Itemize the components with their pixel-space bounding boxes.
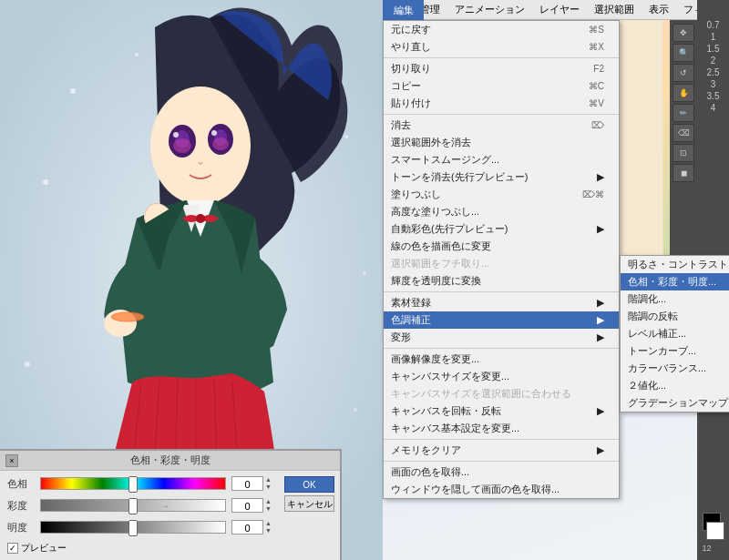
- brightness-label: 明度: [7, 521, 35, 535]
- tool-zoom[interactable]: 🔍: [673, 44, 694, 62]
- menu-canvas-settings[interactable]: キャンバス基本設定を変更...: [384, 420, 619, 437]
- menu-undo[interactable]: 元に戻す ⌘S: [384, 21, 619, 38]
- color-adjust-submenu: 明るさ・コントラスト... 色相・彩度・明度... ⌘U 階調化... 階調の反…: [620, 255, 729, 412]
- separator-3: [384, 291, 619, 292]
- tool-hand[interactable]: ✋: [673, 84, 694, 102]
- submenu-invert[interactable]: 階調の反転 ⌘I: [621, 308, 729, 325]
- menu-selection-border: 選択範囲をフチ取り...: [384, 255, 619, 272]
- menu-item-view[interactable]: 表示: [642, 1, 676, 18]
- brightness-slider-track[interactable]: [40, 521, 226, 534]
- brightness-down-arrow[interactable]: ▼: [265, 527, 272, 535]
- color-swatch-area: 12: [703, 513, 724, 553]
- menu-item-animation[interactable]: アニメーション: [447, 1, 532, 18]
- preview-checkbox[interactable]: ✓: [7, 543, 18, 554]
- menu-image-resolution[interactable]: 画像解像度を変更...: [384, 351, 619, 368]
- saturation-slider-thumb[interactable]: [128, 498, 138, 514]
- svg-point-7: [25, 361, 30, 367]
- menu-auto-color[interactable]: 自動彩色(先行プレビュー) ▶: [384, 220, 619, 238]
- saturation-up-arrow[interactable]: ▲: [265, 498, 272, 505]
- dialog-close-btn[interactable]: ×: [5, 454, 18, 467]
- tool-rotate[interactable]: ↺: [673, 64, 694, 82]
- tool-pen[interactable]: ✏: [673, 104, 694, 122]
- dialog-buttons: OK キャンセル: [284, 476, 334, 512]
- menu-bar: 編集 ページ管理 アニメーション レイヤー 選択範囲 表示 フィルタ: [383, 0, 729, 20]
- menu-transform[interactable]: 変形 ▶: [384, 329, 619, 346]
- menu-smart-smooth[interactable]: スマートスムージング...: [384, 151, 619, 168]
- hue-slider-thumb[interactable]: [128, 476, 138, 493]
- panel-value-3: 3: [711, 79, 716, 89]
- svg-point-19: [196, 214, 205, 223]
- brightness-value[interactable]: 0: [231, 520, 263, 535]
- brightness-up-arrow[interactable]: ▲: [265, 520, 272, 527]
- color-value: 12: [703, 544, 724, 553]
- menu-luminosity[interactable]: 輝度を透明度に変換: [384, 272, 619, 290]
- hue-up-arrow[interactable]: ▲: [265, 476, 272, 484]
- hue-value[interactable]: 0: [231, 476, 263, 491]
- submenu-levels[interactable]: レベル補正...: [621, 325, 729, 342]
- menu-canvas-fit: キャンバスサイズを選択範囲に合わせる: [384, 385, 619, 402]
- menu-redo[interactable]: やり直し ⌘X: [384, 38, 619, 56]
- svg-point-9: [150, 87, 251, 205]
- submenu-binarize[interactable]: ２値化...: [621, 377, 729, 394]
- separator-1: [384, 57, 619, 58]
- menu-item-selection[interactable]: 選択範囲: [587, 1, 642, 18]
- saturation-value[interactable]: 0: [231, 498, 263, 513]
- brightness-arrows[interactable]: ▲ ▼: [265, 520, 272, 535]
- menu-item-layer[interactable]: レイヤー: [532, 1, 587, 18]
- svg-point-21: [111, 312, 144, 321]
- panel-value-07: 0.7: [707, 20, 720, 30]
- tool-select[interactable]: ⊡: [673, 144, 694, 162]
- menu-paste[interactable]: 貼り付け ⌘V: [384, 95, 619, 112]
- panel-value-4: 4: [711, 103, 716, 113]
- menu-material-register[interactable]: 素材登録 ▶: [384, 294, 619, 311]
- menu-delete[interactable]: 消去 ⌦: [384, 117, 619, 134]
- menu-delete-outside[interactable]: 選択範囲外を消去: [384, 134, 619, 151]
- brightness-slider-row: 明度 0 ▲ ▼: [7, 520, 272, 535]
- menu-canvas-rotate[interactable]: キャンバスを回転・反転 ▶: [384, 402, 619, 420]
- brightness-slider-thumb[interactable]: [128, 520, 138, 536]
- submenu-color-balance[interactable]: カラーバランス...: [621, 360, 729, 377]
- svg-point-8: [354, 408, 357, 412]
- submenu-hue-saturation[interactable]: 色相・彩度・明度... ⌘U: [621, 273, 729, 290]
- menu-item-edit[interactable]: 編集: [383, 0, 424, 20]
- submenu-posterization[interactable]: 階調化...: [621, 290, 729, 308]
- saturation-arrows[interactable]: ▲ ▼: [265, 498, 272, 513]
- panel-value-25: 2.5: [707, 67, 720, 77]
- hue-slider-row: 色相 0 ▲ ▼: [7, 476, 272, 491]
- cancel-button[interactable]: キャンセル: [284, 495, 334, 512]
- background-color[interactable]: [706, 522, 724, 540]
- menu-copy[interactable]: コピー ⌘C: [384, 77, 619, 95]
- svg-point-16: [173, 138, 191, 153]
- hue-down-arrow[interactable]: ▼: [265, 484, 272, 491]
- menu-fill[interactable]: 塗りつぶし ⌦⌘: [384, 186, 619, 203]
- dialog-title-bar: × 色相・彩度・明度: [0, 451, 340, 471]
- menu-color-correction[interactable]: 色調補正 ▶: [384, 311, 619, 329]
- tool-eraser[interactable]: ⌫: [673, 124, 694, 142]
- ok-button[interactable]: OK: [284, 476, 334, 493]
- tool-move[interactable]: ✥: [673, 24, 694, 42]
- saturation-slider-row: 彩度 ← → 0 ▲ ▼: [7, 498, 272, 513]
- saturation-slider-track[interactable]: ← →: [40, 499, 226, 512]
- svg-point-4: [344, 135, 348, 138]
- svg-point-1: [70, 88, 76, 94]
- saturation-label: 彩度: [7, 499, 35, 513]
- submenu-brightness-contrast[interactable]: 明るさ・コントラスト...: [621, 256, 729, 273]
- menu-get-screen-color[interactable]: 画面の色を取得...: [384, 463, 619, 481]
- menu-advanced-fill[interactable]: 高度な塗りつぶし...: [384, 203, 619, 220]
- menu-cut[interactable]: 切り取り F2: [384, 60, 619, 77]
- svg-point-5: [43, 179, 48, 185]
- tool-fill[interactable]: ◼: [673, 164, 694, 182]
- dialog-title-text: 色相・彩度・明度: [130, 453, 210, 467]
- menu-clear-memory[interactable]: メモリをクリア ▶: [384, 442, 619, 459]
- hue-arrows[interactable]: ▲ ▼: [265, 476, 272, 491]
- hue-slider-track[interactable]: [40, 477, 226, 490]
- dialog-body: OK キャンセル 色相 0 ▲ ▼ 彩度 ← → 0: [0, 471, 340, 560]
- submenu-tone-curve[interactable]: トーンカーブ...: [621, 342, 729, 360]
- saturation-down-arrow[interactable]: ▼: [265, 505, 272, 513]
- menu-get-screen-color-hidden[interactable]: ウィンドウを隠して画面の色を取得...: [384, 481, 619, 498]
- separator-5: [384, 439, 619, 440]
- menu-canvas-size[interactable]: キャンバスサイズを変更...: [384, 368, 619, 385]
- menu-remove-tone[interactable]: トーンを消去(先行プレビュー) ▶: [384, 168, 619, 186]
- submenu-gradient-map[interactable]: グラデーションマップ...: [621, 394, 729, 412]
- menu-line-color[interactable]: 線の色を描画色に変更: [384, 238, 619, 255]
